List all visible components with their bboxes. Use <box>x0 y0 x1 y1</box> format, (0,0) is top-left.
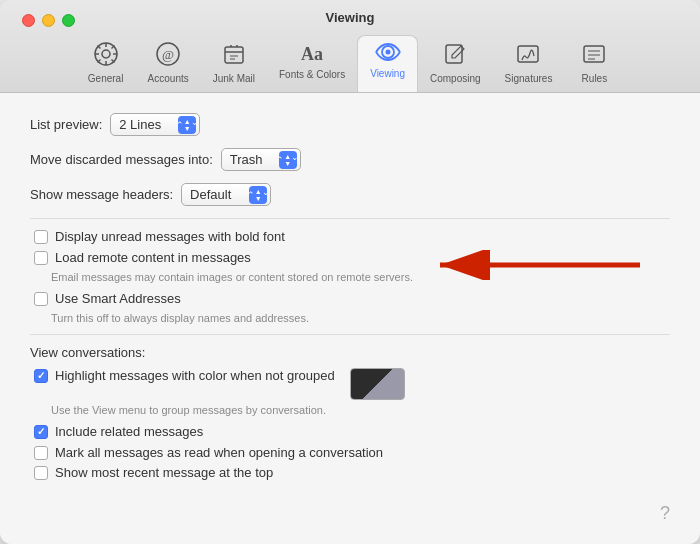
preferences-window: Viewing <box>0 0 700 544</box>
toolbar-item-composing[interactable]: Composing <box>418 35 493 92</box>
general-label: General <box>88 73 124 84</box>
fonts-colors-label: Fonts & Colors <box>279 69 345 80</box>
window-title: Viewing <box>326 10 375 25</box>
close-button[interactable] <box>22 14 35 27</box>
viewing-label: Viewing <box>370 68 405 79</box>
svg-text:@: @ <box>162 47 174 62</box>
toolbar-item-viewing[interactable]: Viewing <box>357 35 418 92</box>
svg-point-19 <box>385 50 390 55</box>
conversations-header: View conversations: <box>30 345 670 360</box>
show-headers-select[interactable]: Default All Custom <box>181 183 271 206</box>
highlight-color-sublabel: Use the View menu to group messages by c… <box>30 404 670 416</box>
smart-addresses-checkbox[interactable] <box>34 292 48 306</box>
smart-addresses-sublabel: Turn this off to always display names an… <box>30 312 670 324</box>
show-headers-label: Show message headers: <box>30 187 173 202</box>
toolbar-item-accounts[interactable]: @ Accounts <box>136 35 201 92</box>
svg-rect-12 <box>225 47 243 63</box>
toolbar-item-signatures[interactable]: Signatures <box>493 35 565 92</box>
highlight-color-label: Highlight messages with color when not g… <box>55 368 335 385</box>
composing-label: Composing <box>430 73 481 84</box>
list-preview-label: List preview: <box>30 117 102 132</box>
content-area: List preview: 2 Lines 1 Line None ▲ ▼ Mo… <box>0 93 700 544</box>
accounts-label: Accounts <box>148 73 189 84</box>
fonts-colors-icon: Aa <box>299 41 325 67</box>
highlight-color-row: Highlight messages with color when not g… <box>30 368 670 400</box>
move-discarded-label: Move discarded messages into: <box>30 152 213 167</box>
load-remote-label: Load remote content in messages <box>55 250 251 267</box>
smart-addresses-label: Use Smart Addresses <box>55 291 181 308</box>
highlight-color-checkbox[interactable] <box>34 369 48 383</box>
maximize-button[interactable] <box>62 14 75 27</box>
toolbar-item-general[interactable]: General <box>76 35 136 92</box>
bold-font-label: Display unread messages with bold font <box>55 229 285 246</box>
general-icon <box>93 41 119 71</box>
signatures-label: Signatures <box>505 73 553 84</box>
svg-rect-21 <box>518 46 538 62</box>
list-preview-select[interactable]: 2 Lines 1 Line None <box>110 113 200 136</box>
mark-as-read-checkbox[interactable] <box>34 446 48 460</box>
svg-line-8 <box>111 46 114 49</box>
show-headers-row: Show message headers: Default All Custom… <box>30 183 670 206</box>
signatures-icon <box>515 41 541 71</box>
load-remote-section: Load remote content in messages <box>30 250 670 267</box>
svg-line-7 <box>111 60 114 63</box>
traffic-lights <box>22 14 75 27</box>
rules-label: Rules <box>582 73 608 84</box>
minimize-button[interactable] <box>42 14 55 27</box>
mark-as-read-label: Mark all messages as read when opening a… <box>55 445 383 462</box>
accounts-icon: @ <box>155 41 181 71</box>
toolbar: General @ Accounts <box>68 33 633 92</box>
list-preview-row: List preview: 2 Lines 1 Line None ▲ ▼ <box>30 113 670 136</box>
smart-addresses-row: Use Smart Addresses <box>30 291 670 308</box>
svg-line-9 <box>97 60 100 63</box>
recent-top-row: Show most recent message at the top <box>30 465 670 482</box>
divider-1 <box>30 218 670 219</box>
mark-as-read-row: Mark all messages as read when opening a… <box>30 445 670 462</box>
help-button[interactable]: ? <box>660 503 670 524</box>
junk-mail-label: Junk Mail <box>213 73 255 84</box>
bold-font-checkbox[interactable] <box>34 230 48 244</box>
svg-point-1 <box>102 50 110 58</box>
move-discarded-select-wrapper: Trash Archive ▲ ▼ <box>221 148 301 171</box>
include-related-label: Include related messages <box>55 424 203 441</box>
bold-font-row: Display unread messages with bold font <box>30 229 670 246</box>
include-related-checkbox[interactable] <box>34 425 48 439</box>
title-bar: Viewing <box>0 0 700 93</box>
include-related-row: Include related messages <box>30 424 670 441</box>
divider-2 <box>30 334 670 335</box>
junk-mail-icon <box>221 41 247 71</box>
toolbar-item-junk-mail[interactable]: Junk Mail <box>201 35 267 92</box>
move-discarded-row: Move discarded messages into: Trash Arch… <box>30 148 670 171</box>
rules-icon <box>581 41 607 71</box>
toolbar-item-fonts-colors[interactable]: Aa Fonts & Colors <box>267 35 357 92</box>
toolbar-item-rules[interactable]: Rules <box>564 35 624 92</box>
load-remote-checkbox[interactable] <box>34 251 48 265</box>
color-preview[interactable] <box>350 368 405 400</box>
red-arrow <box>430 250 650 280</box>
svg-line-6 <box>97 46 100 49</box>
recent-top-label: Show most recent message at the top <box>55 465 273 482</box>
show-headers-select-wrapper: Default All Custom ▲ ▼ <box>181 183 271 206</box>
list-preview-select-wrapper: 2 Lines 1 Line None ▲ ▼ <box>110 113 200 136</box>
recent-top-checkbox[interactable] <box>34 466 48 480</box>
composing-icon <box>442 41 468 71</box>
viewing-icon <box>374 42 402 66</box>
move-discarded-select[interactable]: Trash Archive <box>221 148 301 171</box>
